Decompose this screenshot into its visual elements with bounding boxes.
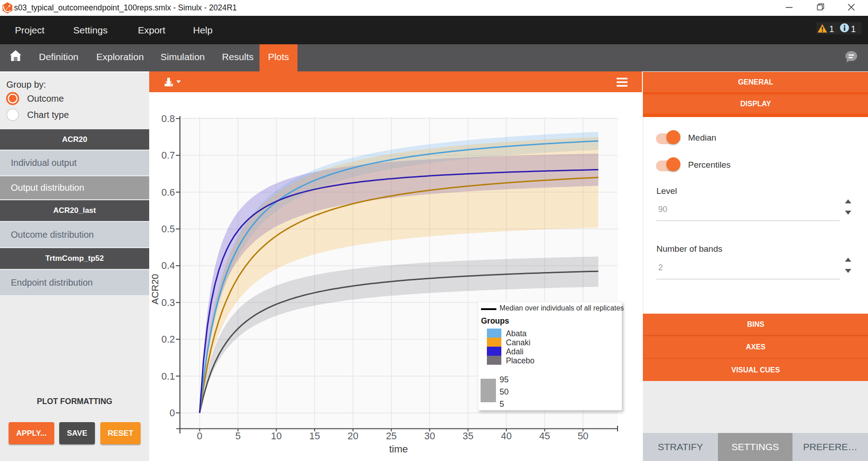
svg-text:35: 35: [462, 431, 473, 442]
svg-text:0.8: 0.8: [161, 113, 175, 124]
svg-text:5: 5: [235, 431, 241, 442]
svg-text:0.4: 0.4: [161, 260, 175, 271]
svg-text:0.7: 0.7: [161, 150, 175, 161]
svg-text:time: time: [389, 443, 408, 455]
svg-text:30: 30: [424, 431, 435, 442]
svg-text:15: 15: [309, 431, 320, 442]
svg-text:40: 40: [501, 431, 512, 442]
svg-text:1: 1: [829, 24, 834, 34]
svg-text:25: 25: [386, 431, 397, 442]
svg-text:10: 10: [271, 431, 282, 442]
svg-text:0.1: 0.1: [161, 371, 175, 382]
svg-text:0.6: 0.6: [161, 187, 175, 198]
svg-text:0.3: 0.3: [161, 297, 175, 308]
svg-text:45: 45: [539, 431, 550, 442]
svg-text:50: 50: [578, 431, 589, 442]
svg-text:0.5: 0.5: [161, 224, 175, 235]
svg-text:0.2: 0.2: [161, 334, 175, 345]
svg-text:0: 0: [197, 431, 203, 442]
svg-text:20: 20: [348, 431, 359, 442]
svg-text:0: 0: [170, 408, 175, 419]
svg-text:ACR20: ACR20: [150, 274, 160, 305]
svg-text:1: 1: [851, 24, 856, 34]
